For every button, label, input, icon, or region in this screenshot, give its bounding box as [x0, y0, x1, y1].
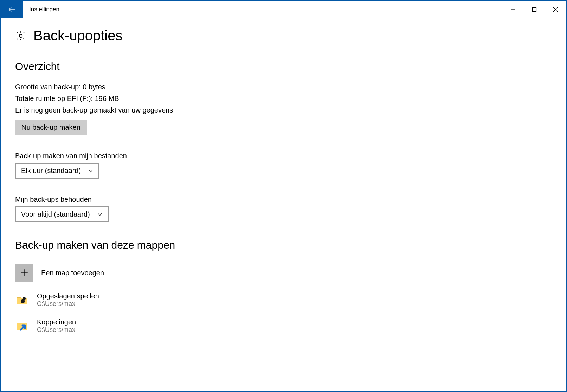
backup-now-button[interactable]: Nu back-up maken	[15, 120, 87, 135]
close-icon	[553, 7, 558, 12]
maximize-icon	[532, 7, 537, 12]
retention-selected: Voor altijd (standaard)	[21, 210, 90, 218]
frequency-section: Back-up maken van mijn bestanden Elk uur…	[15, 152, 552, 193]
minimize-button[interactable]	[503, 1, 524, 18]
plus-icon	[20, 268, 29, 277]
backup-status-text: Er is nog geen back-up gemaakt van uw ge…	[15, 106, 552, 114]
close-button[interactable]	[545, 1, 566, 18]
window-controls	[503, 1, 566, 18]
titlebar: Instellingen	[1, 1, 566, 18]
window-title: Instellingen	[23, 1, 503, 18]
plus-tile	[15, 264, 33, 282]
folder-name: Koppelingen	[37, 318, 76, 326]
chevron-down-icon	[88, 168, 94, 174]
page-title: Back-upopties	[33, 28, 122, 44]
folder-item[interactable]: Opgeslagen spellen C:\Users\max	[15, 292, 552, 308]
backup-size-text: Grootte van back-up: 0 bytes	[15, 83, 552, 91]
folder-path: C:\Users\max	[37, 326, 76, 334]
add-folder-label: Een map toevoegen	[41, 269, 104, 277]
links-folder-icon	[15, 319, 29, 333]
svg-rect-2	[533, 8, 536, 12]
retention-label: Mijn back-ups behouden	[15, 195, 552, 204]
gear-icon	[15, 30, 26, 41]
total-space-text: Totale ruimte op EFI (F:): 196 MB	[15, 95, 552, 103]
chevron-down-icon	[97, 212, 103, 217]
back-arrow-icon	[8, 6, 16, 13]
svg-point-8	[23, 297, 26, 300]
folder-name: Opgeslagen spellen	[37, 292, 99, 300]
minimize-icon	[511, 7, 516, 12]
page-header: Back-upopties	[15, 28, 552, 44]
frequency-label: Back-up maken van mijn bestanden	[15, 152, 552, 160]
retention-dropdown[interactable]: Voor altijd (standaard)	[15, 206, 109, 222]
back-button[interactable]	[1, 1, 23, 18]
frequency-dropdown[interactable]: Elk uur (standaard)	[15, 163, 99, 179]
folder-item[interactable]: Koppelingen C:\Users\max	[15, 318, 552, 334]
frequency-selected: Elk uur (standaard)	[21, 167, 81, 175]
maximize-button[interactable]	[524, 1, 545, 18]
folder-path: C:\Users\max	[37, 300, 99, 308]
overview-heading: Overzicht	[15, 60, 552, 72]
retention-section: Mijn back-ups behouden Voor altijd (stan…	[15, 195, 552, 236]
content-area: Back-upopties Overzicht Grootte van back…	[1, 18, 566, 334]
saved-games-folder-icon	[15, 293, 29, 307]
folders-heading: Back-up maken van deze mappen	[15, 239, 552, 251]
add-folder-button[interactable]: Een map toevoegen	[15, 264, 552, 282]
svg-point-5	[19, 34, 22, 37]
